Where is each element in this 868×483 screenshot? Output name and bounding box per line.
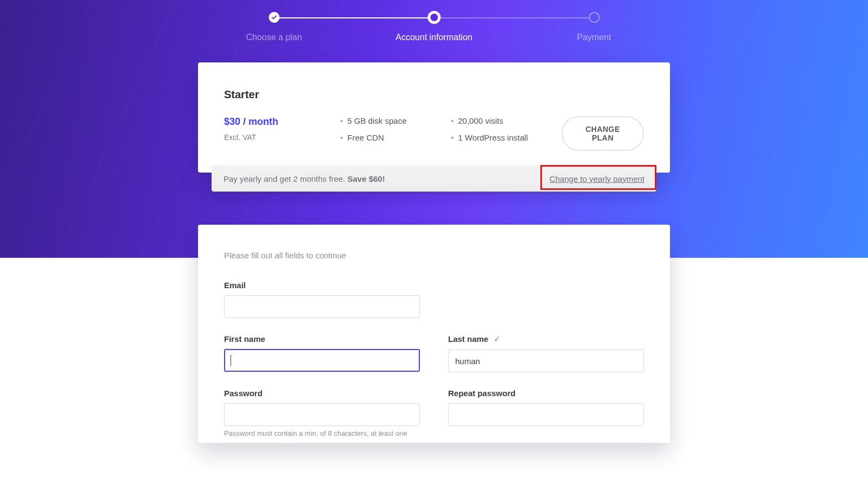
step-label: Choose a plan xyxy=(246,33,302,42)
plan-feature: 20,000 visits xyxy=(451,116,538,125)
repeat-password-input[interactable] xyxy=(448,403,644,426)
yearly-upsell-bar: Pay yearly and get 2 months free. Save $… xyxy=(212,166,656,192)
step-dot-upcoming xyxy=(589,12,599,23)
plan-features-col1: 5 GB disk space Free CDN xyxy=(340,116,427,150)
email-input[interactable] xyxy=(224,295,420,318)
repeat-password-label: Repeat password xyxy=(448,389,644,398)
password-hint: Password must contain a min. of 8 charac… xyxy=(224,429,420,437)
plan-price: $30 / month xyxy=(224,116,316,128)
password-input[interactable] xyxy=(224,403,420,426)
change-to-yearly-link[interactable]: Change to yearly payment xyxy=(550,174,644,183)
last-name-input[interactable] xyxy=(448,349,644,372)
step-label: Account information xyxy=(395,33,472,42)
check-icon: ✓ xyxy=(494,334,501,344)
first-name-label: First name xyxy=(224,334,420,344)
plan-features-col2: 20,000 visits 1 WordPress install xyxy=(451,116,538,150)
form-intro: Please fill out all fields to continue xyxy=(224,251,644,260)
change-plan-button[interactable]: CHANGE PLAN xyxy=(561,116,644,151)
plan-feature: Free CDN xyxy=(340,133,427,142)
plan-price-note: Excl. VAT xyxy=(224,133,316,142)
field-repeat-password: Repeat password xyxy=(448,389,644,437)
password-label: Password xyxy=(224,389,420,398)
step-choose-plan[interactable]: Choose a plan xyxy=(246,12,302,42)
plan-name: Starter xyxy=(224,88,644,101)
step-payment[interactable]: Payment xyxy=(577,12,611,42)
plan-summary-card: Starter $30 / month Excl. VAT 5 GB disk … xyxy=(198,62,670,173)
yearly-text: Pay yearly and get 2 months free. Save $… xyxy=(224,174,385,183)
yearly-text-bold: Save $60! xyxy=(347,174,385,183)
check-icon xyxy=(269,12,279,23)
field-email: Email xyxy=(224,281,420,318)
step-dot-current xyxy=(429,12,439,23)
step-account-info[interactable]: Account information xyxy=(395,12,472,42)
last-name-label: Last name ✓ xyxy=(448,334,644,344)
step-label: Payment xyxy=(577,33,611,42)
account-form-card: Please fill out all fields to continue E… xyxy=(198,225,670,443)
plan-feature: 5 GB disk space xyxy=(340,116,427,125)
field-first-name: First name xyxy=(224,334,420,372)
email-label: Email xyxy=(224,281,420,290)
yearly-text-prefix: Pay yearly and get 2 months free. xyxy=(224,174,347,183)
last-name-label-text: Last name xyxy=(448,334,488,344)
plan-feature: 1 WordPress install xyxy=(451,133,538,142)
first-name-input[interactable] xyxy=(224,349,420,372)
field-last-name: Last name ✓ xyxy=(448,334,644,372)
field-password: Password Password must contain a min. of… xyxy=(224,389,420,437)
plan-price-block: $30 / month Excl. VAT xyxy=(224,116,316,142)
